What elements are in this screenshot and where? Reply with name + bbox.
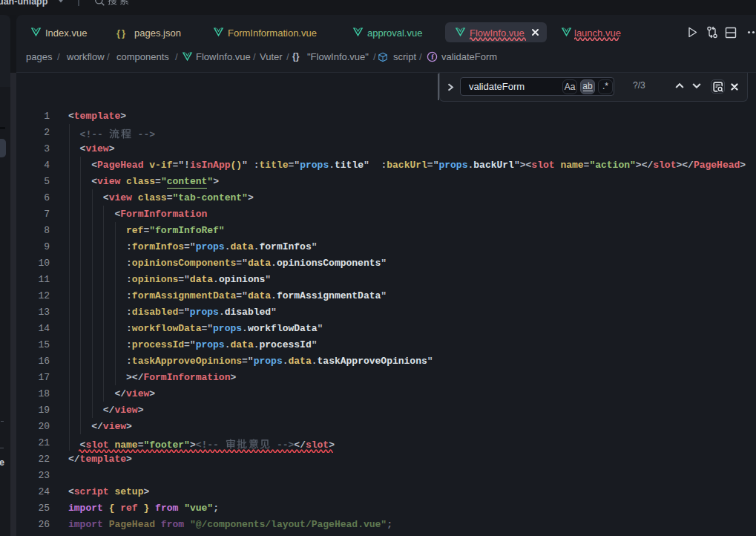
- svg-text:f: f: [431, 53, 434, 61]
